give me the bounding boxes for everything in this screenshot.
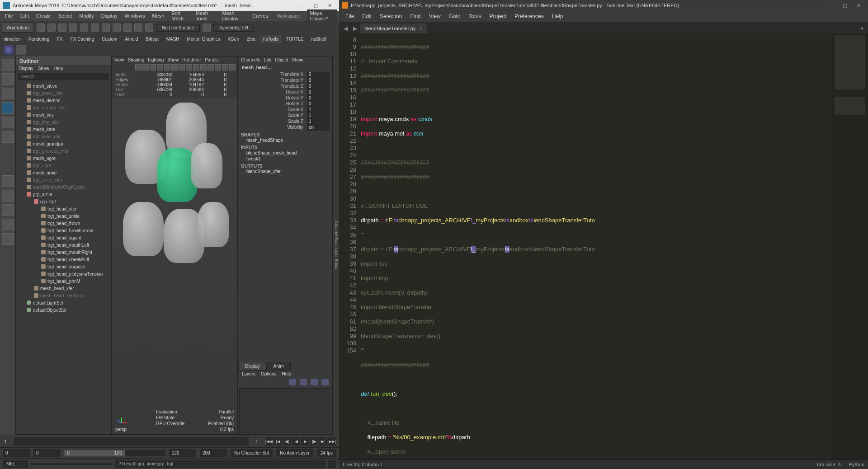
outliner-item[interactable]: grp_arnie (16, 191, 111, 198)
minimize-button[interactable]: — (825, 3, 838, 8)
maximize-button[interactable]: ▢ (838, 3, 852, 9)
menu-editmesh[interactable]: Edit Mesh (168, 9, 192, 22)
gutter[interactable]: 8910111213141516171819202122232425262728… (339, 33, 361, 459)
cb-output-node[interactable]: blendShape_xfer (238, 169, 332, 174)
vp-menu-view[interactable]: View (114, 57, 124, 62)
step-fwd-key-icon[interactable]: ▶| (319, 437, 327, 446)
open-scene-icon[interactable] (47, 23, 56, 32)
outliner-item[interactable]: mesh_steve (16, 82, 111, 89)
channelbox-side-tab[interactable]: Channel Box / Layer Editor (333, 56, 339, 435)
cmd-lang-toggle[interactable]: MEL (3, 460, 28, 468)
range-start-field[interactable]: 0 (33, 449, 61, 457)
paint-tool[interactable] (2, 88, 14, 99)
cb-menu-object[interactable]: Object (275, 57, 288, 62)
undo-icon[interactable] (69, 23, 77, 32)
new-scene-icon[interactable] (37, 23, 45, 32)
menu-modify[interactable]: Modify (76, 12, 97, 19)
layout-two-h[interactable] (2, 204, 14, 216)
tab-dropdown-icon[interactable]: ▾ (858, 23, 866, 33)
workspace-dropdown[interactable]: Maya Classic* (307, 9, 337, 22)
close-button[interactable]: ✕ (852, 3, 865, 9)
menu-edit[interactable]: Edit (17, 12, 32, 19)
outliner-item[interactable]: mesh_grandpa (16, 140, 111, 147)
shelf-tab[interactable]: XGen (224, 35, 243, 43)
sublime-editor[interactable]: 8910111213141516171819202122232425262728… (339, 33, 868, 459)
step-fwd-icon[interactable]: |▶ (310, 437, 318, 446)
st-menu-preferences[interactable]: Preferences (511, 12, 547, 21)
viewport-panel[interactable]: View Shading Lighting Show Renderer Pane… (111, 56, 238, 435)
outliner-item[interactable]: mesh_head_xfer (16, 285, 111, 292)
cb-menu-show[interactable]: Show (292, 57, 303, 62)
shelf-tab[interactable]: Ziva (243, 35, 259, 43)
symmetry-dropdown[interactable]: Symmetry: Off (213, 24, 254, 32)
redo-icon[interactable] (80, 23, 88, 32)
play-fwd-icon[interactable]: ▶ (301, 437, 309, 446)
anim-start-field[interactable]: 0 (3, 449, 30, 457)
step-back-key-icon[interactable]: |◀ (274, 437, 282, 446)
menu-meshdisplay[interactable]: Mesh Display (219, 9, 248, 22)
lasso-tool[interactable] (2, 73, 14, 85)
layer-tab-display[interactable]: Display (238, 362, 267, 371)
shelf-tab[interactable]: TURTLE (283, 35, 308, 43)
cb-input-node[interactable]: blendShape_mesh_head (238, 150, 332, 156)
maximize-button[interactable]: ▢ (309, 3, 323, 9)
outliner-item[interactable]: trgt_head_squint (16, 234, 111, 241)
shelf-tab-active[interactable]: nsTools (259, 35, 283, 43)
layer-menu-layers[interactable]: Layers (242, 371, 255, 376)
step-back-icon[interactable]: ◀| (283, 437, 291, 446)
outliner-item[interactable]: defaultObjectSet (16, 306, 111, 314)
move-tool[interactable] (2, 102, 14, 114)
attr-value[interactable]: 0 (307, 101, 330, 107)
scale-tool[interactable] (2, 131, 14, 143)
shelf-tab[interactable]: Arnold (121, 35, 142, 43)
cmd-input[interactable] (31, 463, 112, 465)
layout-two-v[interactable] (2, 219, 14, 230)
animlayer-dropdown[interactable]: No Anim Layer (276, 449, 313, 457)
outliner-menu-show[interactable]: Show (38, 66, 49, 71)
layer-icon[interactable] (289, 379, 296, 385)
shelf-tab[interactable]: Custom (98, 35, 121, 43)
sublime-tab[interactable]: blendShapeTransfer.py × (360, 23, 427, 33)
attr-value[interactable]: on (307, 125, 330, 131)
outliner-item[interactable]: trgt_head_xfer (16, 205, 111, 212)
layer-menu-options[interactable]: Options (261, 371, 276, 376)
attr-value[interactable]: 1 (307, 119, 330, 125)
save-scene-icon[interactable] (58, 23, 66, 32)
outliner-item[interactable]: trgt_grandpa_xfer (16, 147, 111, 155)
vp-icon[interactable] (193, 64, 199, 70)
outliner-item[interactable]: mesh_arnie (16, 169, 111, 176)
charset-dropdown[interactable]: No Character Set (231, 449, 273, 457)
menu-display[interactable]: Display (98, 12, 121, 19)
st-menu-help[interactable]: Help (548, 12, 567, 21)
menu-windows[interactable]: Windows (122, 12, 148, 19)
outliner-item[interactable]: grp_trgt (16, 198, 111, 205)
vp-icon[interactable] (179, 64, 185, 70)
vp-icon[interactable] (215, 64, 221, 70)
script-editor-icon[interactable] (328, 460, 336, 468)
time-track[interactable] (14, 437, 249, 446)
snap-plane-icon[interactable] (134, 23, 142, 32)
go-start-icon[interactable]: |◀◀ (265, 437, 273, 446)
st-menu-edit[interactable]: Edit (359, 12, 375, 21)
shelf-tab[interactable]: Rendering (25, 35, 53, 43)
tab-close-icon[interactable]: × (419, 26, 422, 31)
minimize-button[interactable]: — (296, 3, 309, 8)
st-menu-view[interactable]: View (425, 12, 444, 21)
mesh-head[interactable] (198, 202, 229, 247)
go-end-icon[interactable]: ▶▶| (328, 437, 336, 446)
shelf-tab[interactable]: FX (53, 35, 67, 43)
vp-menu-show[interactable]: Show (167, 57, 179, 62)
status-tabsize[interactable]: Tab Size: 4 (816, 462, 840, 467)
status-linecol[interactable]: Line 43, Column 1 (343, 462, 383, 467)
sym-toggle-icon[interactable] (203, 23, 211, 32)
shelf-tab[interactable]: Motion Graphics (184, 35, 224, 43)
outliner-item[interactable]: trgt_head_phnM (16, 277, 111, 285)
menu-select[interactable]: Select (55, 12, 75, 19)
status-syntax[interactable]: Python (849, 462, 864, 467)
vp-icon[interactable] (157, 64, 163, 70)
attr-value[interactable]: 0 (307, 95, 330, 101)
range-end-field[interactable]: 120 (169, 449, 196, 457)
st-menu-find[interactable]: Find (406, 12, 424, 21)
attr-value[interactable]: 0 (307, 89, 330, 95)
cb-menu-channels[interactable]: Channels (241, 57, 260, 62)
